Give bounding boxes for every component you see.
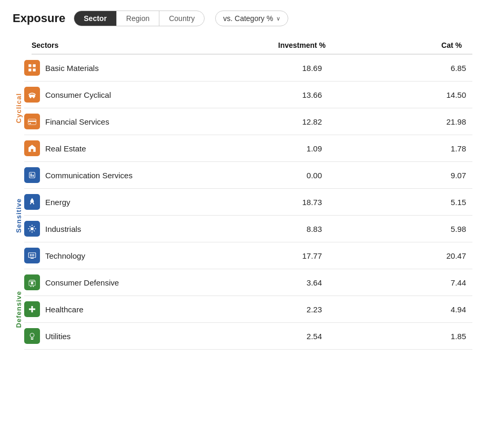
svg-rect-9 [29,123,31,124]
svg-point-5 [30,97,32,98]
vs-category-dropdown[interactable]: vs. Category % ∨ [215,11,288,26]
tab-country[interactable]: Country [159,11,204,26]
sector-name-cell: Real Estate [24,140,193,156]
sector-cat-value: 20.47 [332,251,472,260]
sector-name-cell: Healthcare [24,301,193,317]
basic-materials-icon [24,60,40,76]
consumer-defensive-icon [24,274,40,290]
col-investment: Investment % [200,41,336,49]
category-section-defensive: DefensiveConsumer Defensive3.647.44Healt… [13,269,472,350]
svg-rect-3 [33,69,36,72]
chevron-down-icon: ∨ [276,15,280,22]
svg-rect-0 [28,64,31,67]
sector-investment-value: 17.77 [193,251,332,260]
sector-cat-value: 14.50 [332,90,472,99]
svg-point-22 [33,286,34,287]
table-row: Energy18.735.15 [24,189,472,216]
sector-cat-value: 5.98 [332,225,472,233]
table-row: Financial Services12.8221.98 [24,108,472,135]
sector-name-label: Consumer Defensive [45,278,119,287]
svg-rect-17 [32,254,33,257]
sector-name-cell: Energy [24,194,193,210]
svg-point-14 [31,227,34,230]
table-row: Consumer Defensive3.647.44 [24,269,472,296]
sector-name-label: Healthcare [45,305,84,314]
table-row: Healthcare2.234.94 [24,296,472,323]
category-label-sensitive: Sensitive [15,198,23,233]
sector-investment-value: 2.54 [193,332,332,341]
category-section-sensitive: SensitiveCommunication Services0.009.07E… [13,162,472,269]
technology-icon [24,248,40,263]
tab-sector[interactable]: Sector [74,11,117,26]
table-body: CyclicalBasic Materials18.696.85Consumer… [13,55,472,350]
sector-name-cell: Consumer Defensive [24,274,193,290]
tab-region[interactable]: Region [117,11,159,26]
sector-name-label: Industrials [45,225,81,233]
sector-cat-value: 7.44 [332,278,472,287]
sector-investment-value: 12.82 [193,117,332,126]
sector-name-label: Consumer Cyclical [45,90,111,99]
sector-name-cell: Technology [24,248,193,263]
table-row: Basic Materials18.696.85 [24,55,472,82]
sector-investment-value: 2.23 [193,305,332,314]
page-title: Exposure [13,12,65,25]
sector-name-cell: Financial Services [24,114,193,129]
table-row: Technology17.7720.47 [24,242,472,269]
sector-cat-value: 1.78 [332,144,472,153]
category-section-cyclical: CyclicalBasic Materials18.696.85Consumer… [13,55,472,162]
col-cat: Cat % [336,41,472,49]
healthcare-icon [24,301,40,317]
sector-name-label: Financial Services [45,117,109,126]
category-label-wrap-cyclical: Cyclical [13,55,24,162]
category-label-defensive: Defensive [15,291,23,328]
utilities-icon [24,328,40,344]
sector-investment-value: 18.69 [193,64,332,73]
sector-name-cell: Consumer Cyclical [24,87,193,103]
real-estate-icon [24,140,40,156]
financial-services-icon [24,114,40,129]
table-row: Communication Services0.009.07 [24,162,472,189]
exposure-header: Exposure Sector Region Country vs. Categ… [13,11,472,26]
svg-rect-25 [29,309,35,310]
svg-rect-8 [28,121,36,122]
svg-rect-2 [28,69,31,72]
sector-name-label: Utilities [45,332,70,341]
energy-icon [24,194,40,210]
sector-investment-value: 18.73 [193,198,332,207]
table-header: Sectors Investment % Cat % [32,41,472,55]
sector-investment-value: 3.64 [193,278,332,287]
svg-rect-1 [33,64,36,67]
sector-name-cell: Basic Materials [24,60,193,76]
sector-cat-value: 21.98 [332,117,472,126]
sector-name-cell: Industrials [24,221,193,237]
category-label-cyclical: Cyclical [15,93,23,123]
sector-cat-value: 6.85 [332,64,472,73]
table-row: Consumer Cyclical13.6614.50 [24,82,472,108]
sector-investment-value: 8.83 [193,225,332,233]
svg-rect-23 [31,282,34,284]
svg-rect-19 [31,258,34,259]
sector-name-label: Real Estate [45,144,86,153]
svg-rect-16 [30,254,31,257]
sector-name-cell: Communication Services [24,167,193,183]
sector-cat-value: 9.07 [332,171,472,180]
sector-rows-defensive: Consumer Defensive3.647.44Healthcare2.23… [24,269,472,350]
svg-rect-13 [33,175,34,177]
consumer-cyclical-icon [24,87,40,103]
sector-rows-sensitive: Communication Services0.009.07Energy18.7… [24,162,472,269]
sector-name-label: Basic Materials [45,64,99,73]
svg-rect-18 [33,254,34,257]
sector-investment-value: 1.09 [193,144,332,153]
vs-category-label: vs. Category % [223,14,273,23]
sector-cat-value: 4.94 [332,305,472,314]
sector-table: Sectors Investment % Cat % CyclicalBasic… [13,41,472,350]
sector-investment-value: 0.00 [193,171,332,180]
table-row: Real Estate1.091.78 [24,135,472,162]
col-sectors: Sectors [32,41,200,49]
industrials-icon [24,221,40,237]
svg-rect-10 [31,149,34,152]
communication-services-icon [24,167,40,183]
sector-name-cell: Utilities [24,328,193,344]
sector-name-label: Energy [45,198,70,207]
sector-name-label: Communication Services [45,171,133,180]
